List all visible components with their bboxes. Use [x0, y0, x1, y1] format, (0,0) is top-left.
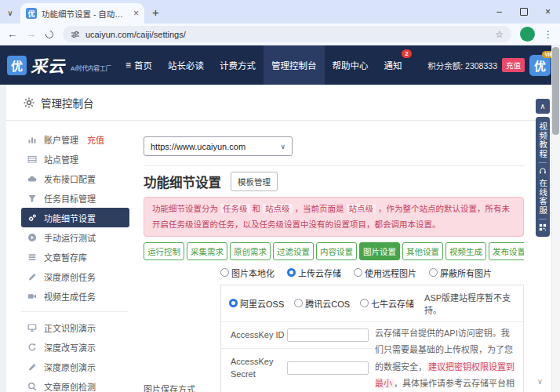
template-manage-button[interactable]: 模板管理: [231, 172, 278, 191]
chevron-down-icon: ∨: [280, 143, 285, 151]
headset-icon: [539, 167, 547, 175]
window-controls: – ×: [487, 0, 560, 24]
sidebar-item-deep-rewrite-demo[interactable]: 深度改写演示: [21, 337, 129, 357]
notice-text: 和: [253, 204, 261, 213]
user-avatar[interactable]: 优 VIP: [529, 55, 551, 76]
tab-publish-settings[interactable]: 发布设置: [489, 242, 524, 260]
floating-divider: [539, 219, 547, 220]
radio-use-remote-images[interactable]: 使用远程图片: [354, 267, 416, 279]
nav-label: 站长必读: [168, 59, 204, 71]
sidebar-item-video-generation-task[interactable]: 视频生成任务: [21, 286, 129, 306]
scroll-down-icon[interactable]: ∨: [537, 377, 543, 386]
tab-close-icon[interactable]: ×: [133, 8, 139, 19]
gears-icon: [27, 213, 37, 223]
sidebar-item-article-originality-check[interactable]: 文章原创检测: [21, 376, 129, 392]
sidebar: 账户管理 充值 站点管理 发布接口配置 任务目标管理 功能细节设置 手动运行测试…: [6, 121, 134, 392]
sidebar-item-site-management[interactable]: 站点管理: [21, 149, 129, 169]
sidebar-item-manual-run-test[interactable]: 手动运行测试: [21, 227, 129, 247]
edit-icon: [27, 362, 37, 372]
accesskey-id-input[interactable]: [287, 328, 369, 342]
nav-label: 首页: [134, 59, 152, 71]
sidebar-item-deep-original-demo[interactable]: 深度原创演示: [21, 357, 129, 376]
browser-menu-icon[interactable]: ⋮: [544, 29, 553, 40]
qr-code-icon[interactable]: [539, 223, 547, 231]
nav-label: 帮助中心: [333, 59, 369, 71]
sidebar-item-task-target-management[interactable]: 任务目标管理: [21, 188, 129, 208]
notice-text: ，当前页面是: [295, 204, 344, 213]
sidebar-item-account-management[interactable]: 账户管理 充值: [21, 129, 129, 149]
sidebar-item-deep-original-task[interactable]: 深度原创任务: [21, 267, 129, 286]
accesskey-help-text: 云存储平台提供的API访问密钥。我们只需要最基础的上传权限，为了您的数据安全，建…: [372, 322, 523, 392]
nav-item-help-center[interactable]: 帮助中心: [325, 45, 376, 85]
recharge-button[interactable]: 充值: [502, 58, 525, 72]
new-tab-button[interactable]: +: [152, 5, 159, 19]
nav-item-pricing[interactable]: 计费方式: [212, 45, 264, 85]
radio-block-all-images[interactable]: 屏蔽所有图片: [429, 267, 492, 279]
settings-notice: 功能细节设置分为任务级和站点级，当前页面是站点级，作为整个站点的默认设置，所有未…: [144, 197, 524, 237]
section-title: 功能细节设置: [144, 172, 221, 191]
back-icon[interactable]: ←: [7, 29, 17, 39]
site-select[interactable]: https://www.ucaiyun.com ∨: [144, 136, 293, 156]
tab-other-settings[interactable]: 其他设置: [402, 242, 443, 260]
radio-tencent-cos[interactable]: 腾讯云COS: [294, 297, 350, 310]
sidebar-recharge-link[interactable]: 充值: [87, 133, 104, 146]
nav-label: 管理控制台: [271, 59, 317, 71]
sidebar-item-article-staging-library[interactable]: 文章暂存库: [21, 247, 129, 267]
url-text[interactable]: ucaiyun.com/caiji/settings/: [85, 30, 489, 39]
site-settings-icon[interactable]: [71, 30, 80, 39]
browser-profile-avatar[interactable]: [520, 27, 535, 42]
image-mode-radio-group: 图片本地化 上传云存储 使用远程图片 屏蔽所有图片: [220, 267, 524, 279]
radio-label: 阿里云OSS: [240, 297, 284, 310]
maximize-icon: [520, 8, 528, 16]
sidebar-item-publish-api-config[interactable]: 发布接口配置: [21, 169, 129, 188]
sidebar-item-content-recognition-demo[interactable]: 正文识别演示: [21, 318, 129, 337]
site-nav: ≡ 首页 站长必读 计费方式 管理控制台 帮助中心 通知 2: [118, 45, 410, 85]
nav-item-admin-console[interactable]: 管理控制台: [264, 45, 325, 85]
gear-icon: [24, 97, 35, 108]
asp-note: ASP版建站程序暂不支持。: [424, 291, 515, 316]
sidebar-item-label: 站点管理: [44, 153, 78, 165]
nav-label: 通知: [384, 59, 402, 71]
site-logo[interactable]: 优 采云 AI时代内容工厂: [0, 53, 118, 77]
sidebar-item-label: 视频生成任务: [44, 290, 96, 303]
site-favicon: 优: [26, 8, 37, 19]
nav-item-notifications[interactable]: 通知 2: [376, 45, 410, 85]
radio-qiniu-storage[interactable]: 七牛云存储: [360, 297, 414, 310]
site-list-icon: [27, 154, 37, 164]
window-close-button[interactable]: ×: [536, 0, 560, 24]
site-select-value: https://www.ucaiyun.com: [151, 142, 245, 151]
browser-tab[interactable]: 优 功能细节设置 - 自动文章采集器 ×: [20, 3, 144, 24]
radio-aliyun-oss[interactable]: 阿里云OSS: [229, 297, 284, 310]
tab-original-requirements[interactable]: 原创需求: [230, 242, 271, 260]
accesskey-secret-input[interactable]: [287, 361, 369, 375]
radio-upload-cloud-storage[interactable]: 上传云存储: [287, 267, 341, 279]
tab-content-settings[interactable]: 内容设置: [316, 242, 357, 260]
url-bar[interactable]: ucaiyun.com/caiji/settings/ ☆: [63, 26, 511, 42]
nav-item-home[interactable]: ≡ 首页: [118, 45, 160, 85]
radio-checked-icon: [229, 299, 238, 307]
video-tutorial-link[interactable]: 视频教程: [539, 122, 547, 158]
scrollbar-thumb[interactable]: [552, 47, 559, 135]
sidebar-item-function-detail-settings[interactable]: 功能细节设置: [21, 208, 129, 227]
tab-image-settings[interactable]: 图片设置: [359, 242, 400, 260]
sidebar-item-label: 发布接口配置: [44, 172, 96, 185]
forward-icon[interactable]: →: [26, 29, 36, 39]
notice-tag-site-level: 站点级: [263, 204, 293, 213]
help-text: ，具体操作请参考云存储平台相关文档。: [375, 379, 515, 392]
tab-video-generation[interactable]: 视频生成: [445, 242, 486, 260]
tab-search-chevron-icon[interactable]: ∨: [0, 9, 20, 24]
window-minimize-button[interactable]: –: [487, 0, 511, 24]
reload-icon[interactable]: [45, 30, 54, 39]
sidebar-item-label: 文章暂存库: [44, 251, 87, 263]
back-to-top-button[interactable]: ∧: [536, 99, 550, 114]
online-service-link[interactable]: 在线客服: [539, 179, 547, 215]
browser-window: ∨ 优 功能细节设置 - 自动文章采集器 × + – × ← → ucaiyun…: [0, 0, 560, 392]
bookmark-star-icon[interactable]: ☆: [495, 29, 504, 40]
tab-run-control[interactable]: 运行控制: [144, 242, 184, 260]
sidebar-item-label: 深度原创演示: [44, 361, 96, 373]
tab-filter-settings[interactable]: 过滤设置: [273, 242, 314, 260]
window-maximize-button[interactable]: [511, 0, 536, 24]
nav-item-webmaster-guide[interactable]: 站长必读: [160, 45, 212, 85]
radio-image-localize[interactable]: 图片本地化: [220, 267, 275, 279]
tab-collection-requirements[interactable]: 采集需求: [187, 242, 227, 260]
